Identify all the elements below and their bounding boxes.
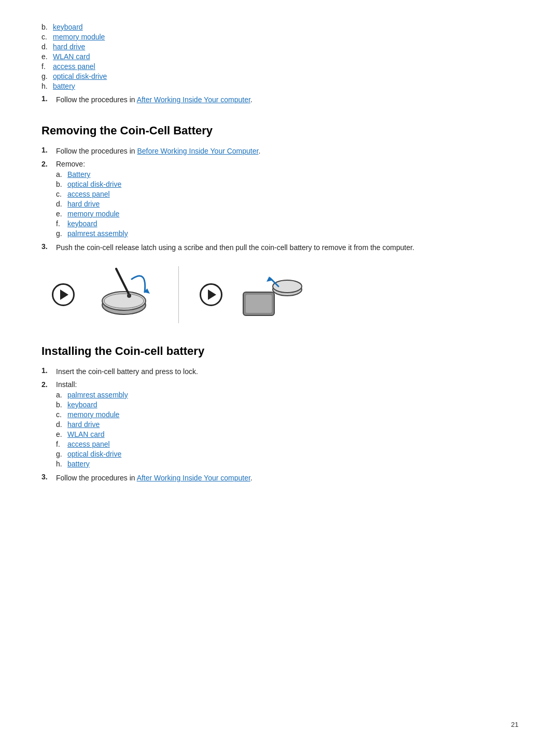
item-label: f. [41,62,50,71]
battery-link[interactable]: battery [53,82,75,90]
palmrest-link[interactable]: palmrest assembly [67,229,128,238]
item-label: g. [56,450,64,458]
list-item: g. palmrest assembly [56,229,519,238]
item-label: a. [56,391,64,399]
list-item: d. hard drive [56,200,519,208]
step1-end: . [258,147,260,155]
access-panel-link[interactable]: access panel [53,62,95,71]
step3-text: Push the coin-cell release latch using a… [56,243,414,252]
keyboard-link[interactable]: keyboard [67,219,97,228]
list-item: g. optical disk-drive [56,450,519,458]
list-item: c. memory module [56,410,519,419]
coin-cell-diagram-left [90,264,158,326]
remove-sub-list: a. Battery b. optical disk-drive c. acce… [56,170,519,238]
item-label: c. [56,410,64,419]
hard-drive-link[interactable]: hard drive [67,200,100,208]
keyboard-link[interactable]: keyboard [53,23,83,31]
removing-section: Removing the Coin-Cell Battery Follow th… [41,124,519,326]
item-label: e. [56,210,64,218]
removing-step-1: Follow the procedures in Before Working … [41,146,519,157]
coin-cell-diagram-right [238,264,305,326]
step3-content: Follow the procedures in After Working I… [56,94,519,105]
svg-point-2 [104,294,144,308]
memory-module-link[interactable]: memory module [67,210,119,218]
battery-link[interactable]: Battery [67,170,90,178]
step1-text: Follow the procedures in [56,147,137,155]
list-item: b. keyboard [56,401,519,409]
after-working-link[interactable]: After Working Inside Your computer [137,95,250,104]
access-panel-link[interactable]: access panel [67,440,110,448]
svg-rect-7 [246,295,272,313]
access-panel-link[interactable]: access panel [67,190,110,198]
diagram-divider [178,266,179,323]
installing-heading: Installing the Coin-cell battery [41,345,519,358]
item-label: a. [56,170,64,178]
install-step3-text: Follow the procedures in [56,474,137,482]
install-step3-content: Follow the procedures in After Working I… [56,473,519,484]
list-item: a. palmrest assembly [56,391,519,399]
list-item: e. memory module [56,210,519,218]
after-working-link[interactable]: After Working Inside Your computer [137,474,250,482]
svg-line-3 [116,269,129,295]
before-working-link[interactable]: Before Working Inside Your Computer [137,147,258,155]
battery-link[interactable]: battery [67,460,90,468]
top-step3-list: Follow the procedures in After Working I… [41,94,519,105]
installing-section: Installing the Coin-cell battery Insert … [41,345,519,484]
install-step3-end: . [250,474,253,482]
list-item: g. optical disk-drive [41,72,519,80]
step2-content: Remove: a. Battery b. optical disk-drive… [56,160,519,239]
page-number: 21 [511,721,519,728]
list-item: b. keyboard [41,23,519,31]
item-label: c. [41,33,50,41]
item-label: b. [41,23,50,31]
install-step2-text: Install: [56,380,77,389]
list-item: f. keyboard [56,219,519,228]
list-item: d. hard drive [41,43,519,51]
item-label: b. [56,401,64,409]
keyboard-link[interactable]: keyboard [67,401,97,409]
hard-drive-link[interactable]: hard drive [53,43,85,51]
optical-link[interactable]: optical disk-drive [67,180,121,188]
play-icon-left [52,283,75,306]
optical-disk-link[interactable]: optical disk-drive [53,72,107,80]
play-arrow-right [208,290,216,300]
item-label: d. [56,200,64,208]
item-label: h. [56,460,64,468]
step3-end: . [250,95,253,104]
item-label: b. [56,180,64,188]
memory-module-link[interactable]: memory module [67,410,119,419]
diagram-area [41,264,519,326]
removing-heading: Removing the Coin-Cell Battery [41,124,519,137]
list-item: c. memory module [41,33,519,41]
item-label: h. [41,82,50,90]
memory-module-link[interactable]: memory module [53,33,105,41]
palmrest-link[interactable]: palmrest assembly [67,391,128,399]
wlan-card-link[interactable]: WLAN card [53,52,90,61]
item-label: g. [41,72,50,80]
play-icon-right [200,283,222,306]
installing-step-1: Insert the coin-cell battery and press t… [41,366,519,377]
item-label: e. [41,52,50,61]
step-3: Follow the procedures in After Working I… [41,94,519,105]
installing-steps: Insert the coin-cell battery and press t… [41,366,519,484]
removing-step-2: Remove: a. Battery b. optical disk-drive… [41,160,519,239]
removing-steps: Follow the procedures in Before Working … [41,146,519,253]
optical-link[interactable]: optical disk-drive [67,450,121,458]
step1-content: Follow the procedures in Before Working … [56,146,519,157]
installing-step-2: Install: a. palmrest assembly b. keyboar… [41,380,519,470]
installing-step-3: Follow the procedures in After Working I… [41,473,519,484]
install-step2-content: Install: a. palmrest assembly b. keyboar… [56,380,519,470]
wlan-card-link[interactable]: WLAN card [67,430,105,438]
list-item: h. battery [41,82,519,90]
hard-drive-link[interactable]: hard drive [67,420,100,429]
list-item: d. hard drive [56,420,519,429]
list-item: e. WLAN card [56,430,519,438]
install-step1-text: Insert the coin-cell battery and press t… [56,367,198,376]
item-label: d. [41,43,50,51]
top-sub-list: b. keyboard c. memory module d. hard dri… [41,23,519,90]
item-label: d. [56,420,64,429]
step3-content: Push the coin-cell release latch using a… [56,242,519,253]
install-sub-list: a. palmrest assembly b. keyboard c. memo… [56,391,519,468]
play-arrow-left [60,290,68,300]
svg-point-4 [127,294,131,298]
